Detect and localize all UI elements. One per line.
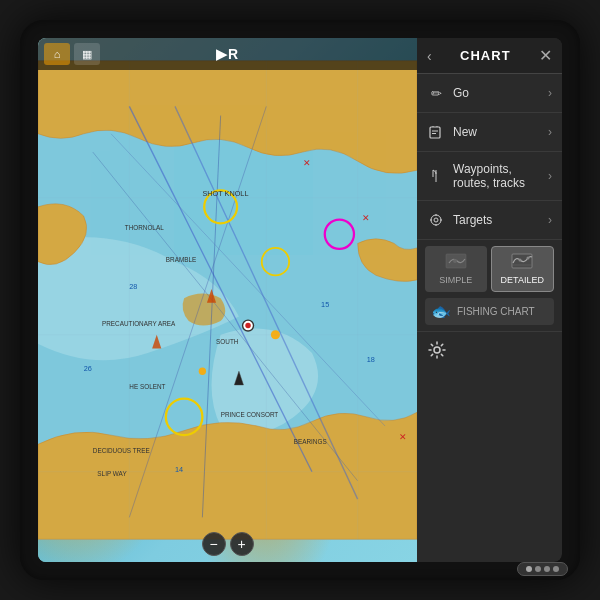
svg-point-52 bbox=[519, 259, 522, 262]
chart-svg: SHOT KNOLL THORNOLAL BRAMBLE PRECAUTIONA… bbox=[38, 38, 417, 562]
svg-point-44 bbox=[434, 218, 438, 222]
chart-area[interactable]: SHOT KNOLL THORNOLAL BRAMBLE PRECAUTIONA… bbox=[38, 38, 417, 562]
simple-chart-button[interactable]: SIMPLE bbox=[425, 246, 487, 292]
new-arrow: › bbox=[548, 125, 552, 139]
targets-icon bbox=[427, 211, 445, 229]
svg-rect-42 bbox=[430, 127, 440, 138]
waypoints-icon bbox=[427, 167, 445, 185]
nav-dot-1 bbox=[535, 566, 541, 572]
zoom-controls: − + bbox=[202, 532, 254, 556]
svg-text:28: 28 bbox=[129, 282, 137, 291]
bottom-control-bar[interactable] bbox=[517, 562, 568, 576]
targets-label: Targets bbox=[453, 213, 548, 227]
panel-header: ‹ CHART ✕ bbox=[417, 38, 562, 74]
targets-arrow: › bbox=[548, 213, 552, 227]
detailed-chart-button[interactable]: DETAILED bbox=[491, 246, 555, 292]
waypoints-label: Waypoints, routes, tracks bbox=[453, 162, 548, 190]
panel-close-button[interactable]: ✕ bbox=[539, 46, 552, 65]
chart-type-buttons: SIMPLE DETAILED bbox=[425, 246, 554, 292]
new-label: New bbox=[453, 125, 548, 139]
go-icon: ✏ bbox=[427, 84, 445, 102]
chart-type-section: SIMPLE DETAILED bbox=[417, 240, 562, 332]
svg-text:✕: ✕ bbox=[399, 432, 407, 442]
svg-point-54 bbox=[434, 347, 440, 353]
home-button[interactable]: ⌂ bbox=[44, 43, 70, 65]
screen: SHOT KNOLL THORNOLAL BRAMBLE PRECAUTIONA… bbox=[38, 38, 562, 562]
nav-dot-2 bbox=[544, 566, 550, 572]
bottom-menu bbox=[417, 332, 562, 368]
svg-text:SOUTH: SOUTH bbox=[216, 338, 239, 345]
waypoints-arrow: › bbox=[548, 169, 552, 183]
new-icon bbox=[427, 123, 445, 141]
menu-item-targets[interactable]: Targets › bbox=[417, 201, 562, 240]
svg-point-50 bbox=[453, 259, 457, 263]
svg-text:15: 15 bbox=[321, 300, 329, 309]
go-label: Go bbox=[453, 86, 548, 100]
device-frame: SHOT KNOLL THORNOLAL BRAMBLE PRECAUTIONA… bbox=[20, 20, 580, 580]
chart-view-button[interactable]: ▦ bbox=[74, 43, 100, 65]
svg-text:✕: ✕ bbox=[362, 213, 370, 223]
panel-back-chevron[interactable]: ‹ bbox=[427, 48, 432, 64]
fishing-label: FISHING CHART bbox=[457, 306, 535, 317]
svg-text:✕: ✕ bbox=[303, 158, 311, 168]
menu-item-go[interactable]: ✏ Go › bbox=[417, 74, 562, 113]
svg-point-43 bbox=[431, 215, 441, 225]
zoom-out-button[interactable]: − bbox=[202, 532, 226, 556]
svg-point-53 bbox=[527, 257, 530, 260]
svg-point-27 bbox=[199, 368, 206, 375]
svg-text:PRINCE CONSORT: PRINCE CONSORT bbox=[221, 411, 279, 418]
svg-text:SHOT KNOLL: SHOT KNOLL bbox=[202, 189, 248, 198]
svg-text:BRAMBLE: BRAMBLE bbox=[166, 256, 196, 263]
go-arrow: › bbox=[548, 86, 552, 100]
right-panel: ‹ CHART ✕ ✏ Go › bbox=[417, 38, 562, 562]
nav-dot-3 bbox=[553, 566, 559, 572]
brand-logo: ▶R bbox=[216, 46, 239, 62]
svg-text:BEARINGS: BEARINGS bbox=[294, 438, 327, 445]
detailed-icon bbox=[511, 253, 533, 272]
simple-icon bbox=[445, 253, 467, 272]
menu-item-new[interactable]: New › bbox=[417, 113, 562, 152]
detailed-label: DETAILED bbox=[501, 275, 544, 285]
panel-title: CHART bbox=[460, 48, 511, 63]
menu-item-waypoints[interactable]: Waypoints, routes, tracks › bbox=[417, 152, 562, 201]
simple-label: SIMPLE bbox=[439, 275, 472, 285]
fishing-icon: 🐟 bbox=[431, 302, 451, 321]
svg-text:THORNOLAL: THORNOLAL bbox=[125, 224, 164, 231]
svg-text:14: 14 bbox=[175, 465, 183, 474]
svg-text:DECIDUOUS TREE: DECIDUOUS TREE bbox=[93, 447, 150, 454]
device-bottom-controls bbox=[517, 562, 568, 576]
svg-text:HE SOLENT: HE SOLENT bbox=[129, 383, 165, 390]
svg-point-29 bbox=[245, 323, 250, 328]
settings-button[interactable] bbox=[427, 340, 552, 360]
fishing-chart-button[interactable]: 🐟 FISHING CHART bbox=[425, 298, 554, 325]
svg-text:SLIP WAY: SLIP WAY bbox=[97, 470, 127, 477]
svg-text:26: 26 bbox=[84, 364, 92, 373]
svg-text:18: 18 bbox=[367, 355, 375, 364]
svg-text:PRECAUTIONARY AREA: PRECAUTIONARY AREA bbox=[102, 320, 176, 327]
power-dot bbox=[526, 566, 532, 572]
zoom-in-button[interactable]: + bbox=[230, 532, 254, 556]
